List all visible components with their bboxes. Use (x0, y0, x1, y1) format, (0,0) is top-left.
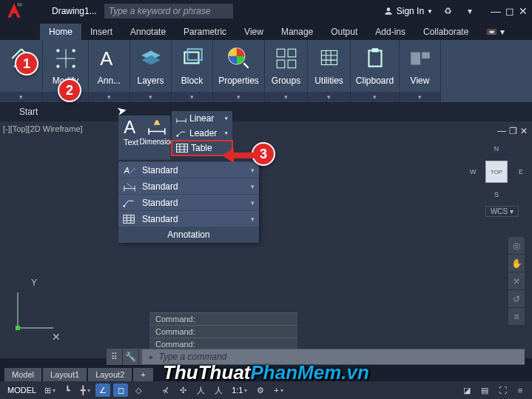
status-polar-icon[interactable]: ∠ (95, 383, 110, 397)
panel-block[interactable]: Block ▾ (172, 40, 213, 102)
viewport-label[interactable]: [-][Top][2D Wireframe] (3, 124, 83, 133)
nav-showmenu-icon[interactable]: ≡ (508, 308, 525, 326)
dimstyle-value: Standard (142, 181, 245, 192)
leaderstyle-icon (123, 198, 136, 208)
signin-label: Sign In (397, 6, 424, 16)
status-osnap-icon[interactable]: ◻ (113, 383, 128, 397)
panel-properties-label: Properties (218, 76, 259, 86)
status-customize-icon[interactable]: ≡ (513, 383, 528, 397)
svg-point-23 (123, 205, 125, 207)
panel-utilities-label: Utilities (314, 76, 343, 86)
cmd-handle-icon[interactable]: ⠿ (107, 349, 123, 365)
cmd-customize-icon[interactable]: 🔧 (123, 349, 139, 365)
tab-view[interactable]: View (235, 24, 272, 40)
svg-rect-12 (277, 60, 285, 68)
panel-drop-icon[interactable]: ▾ (213, 92, 264, 102)
panel-drop-icon[interactable]: ▾ (265, 92, 307, 102)
status-scale[interactable]: 1:1▾ (229, 383, 250, 397)
status-snap-icon[interactable]: ┗ (60, 383, 75, 397)
panel-layers-label: Layers (137, 76, 164, 86)
tab-parametric[interactable]: Parametric (175, 24, 235, 40)
status-lineweight-icon[interactable]: ⊀ (158, 383, 172, 397)
panel-clipboard[interactable]: Clipboard ▾ (351, 40, 400, 102)
panel-drop-icon[interactable]: ▾ (172, 92, 212, 102)
status-model[interactable]: MODEL (4, 383, 39, 397)
nav-zoom-icon[interactable]: ⤧ (508, 272, 525, 290)
nav-pan-icon[interactable]: ✋ (508, 255, 525, 272)
tab-annotate[interactable]: Annotate (121, 24, 175, 40)
close-button[interactable]: ✕ (519, 5, 528, 17)
panel-layers[interactable]: Layers ▾ (130, 40, 172, 102)
navigation-bar[interactable]: ◎ ✋ ⤧ ↺ ≡ (508, 237, 525, 326)
tab-home[interactable]: Home (40, 24, 81, 40)
command-input[interactable]: ▸ Type a command (142, 349, 525, 364)
tab-extra[interactable]: 📼 ▾ (477, 24, 513, 40)
wcs-label[interactable]: WCS ▾ (485, 206, 519, 217)
maximize-button[interactable]: ◻ (505, 5, 514, 17)
nav-fullnav-icon[interactable]: ◎ (508, 237, 525, 255)
status-hwaccel-icon[interactable]: ▤ (477, 383, 492, 397)
app-logo[interactable] (4, 1, 24, 21)
filetab-bar: Start (0, 102, 532, 121)
exchange-icon[interactable]: ♻ (440, 5, 455, 17)
flyout-dimension-button[interactable]: Dimension (144, 115, 170, 160)
help-icon[interactable]: ▾ (462, 5, 477, 17)
leaderstyle-dropdown[interactable]: Standard▾ (118, 194, 259, 210)
layout-tab-2[interactable]: Layout2 (88, 368, 132, 381)
panel-drop-icon[interactable]: ▾ (130, 92, 171, 102)
panel-drop-icon[interactable]: ▾ (351, 92, 399, 102)
vp-close-icon[interactable]: ✕ (520, 126, 528, 136)
tab-collaborate[interactable]: Collaborate (414, 24, 477, 40)
minimize-button[interactable]: — (491, 5, 501, 17)
panel-drop-icon[interactable]: ▾ (0, 92, 42, 102)
status-ortho-icon[interactable]: ╋▾ (78, 383, 92, 397)
status-annoscale-icon[interactable]: 人 (211, 383, 226, 397)
layout-tab-model[interactable]: Model (4, 368, 41, 381)
filetab-start[interactable]: Start (19, 107, 38, 117)
panel-drop-icon[interactable]: ▾ (308, 92, 350, 102)
panel-utilities[interactable]: Utilities ▾ (308, 40, 351, 102)
layout-tab-add[interactable]: + (133, 368, 152, 381)
status-gear-icon[interactable]: ⚙ (253, 383, 268, 397)
flyout-linear-label: Linear (189, 113, 214, 124)
status-grid-icon[interactable]: ⊞▾ (42, 383, 57, 397)
dimstyle-dropdown[interactable]: Standard▾ (118, 178, 259, 194)
status-otrack-icon[interactable]: ◇ (131, 383, 146, 397)
svg-text:A: A (124, 117, 135, 137)
layout-tab-1[interactable]: Layout1 (43, 368, 87, 381)
tab-manage[interactable]: Manage (272, 24, 322, 40)
search-input[interactable]: Type a keyword or phrase (104, 4, 233, 19)
panel-view[interactable]: View ▾ (400, 40, 441, 102)
panel-annotation[interactable]: A Ann... ▾ (89, 40, 130, 102)
status-cleanscreen-icon[interactable]: ⛶ (495, 383, 510, 397)
tab-addins[interactable]: Add-ins (366, 24, 414, 40)
status-cycling-icon[interactable]: 人 (193, 383, 208, 397)
vp-minimize-icon[interactable]: — (497, 126, 506, 136)
compass-s: S (494, 191, 499, 198)
tab-output[interactable]: Output (322, 24, 366, 40)
annotation-flyout: A Standard▾ Standard▾ Standard▾ Standard… (118, 161, 259, 243)
cmd-line: Command: (149, 312, 297, 325)
status-plus-icon[interactable]: +▾ (271, 383, 286, 397)
tablestyle-dropdown[interactable]: Standard▾ (118, 210, 259, 227)
layout-tabs: Model Layout1 Layout2 + (4, 368, 153, 381)
viewcube[interactable]: N S E W TOP (473, 148, 520, 195)
vp-restore-icon[interactable]: ❐ (509, 126, 517, 136)
flyout-leader-button[interactable]: Leader ▾ (172, 126, 232, 141)
flyout-linear-button[interactable]: Linear ▾ (172, 111, 232, 126)
leaderstyle-value: Standard (142, 198, 245, 208)
flyout-dimension-label: Dimension (139, 138, 174, 146)
signin-button[interactable]: Sign In ▼ (383, 6, 433, 16)
tab-insert[interactable]: Insert (81, 24, 121, 40)
flyout-leader-label: Leader (189, 128, 217, 138)
panel-drop-icon[interactable]: ▾ (89, 92, 129, 102)
file-name[interactable]: Drawing1... (52, 6, 97, 16)
status-transparency-icon[interactable]: ✣ (175, 383, 190, 397)
nav-orbit-icon[interactable]: ↺ (508, 290, 525, 308)
svg-point-4 (56, 65, 59, 68)
svg-rect-18 (422, 53, 430, 59)
panel-groups[interactable]: Groups ▾ (265, 40, 308, 102)
panel-properties[interactable]: Properties ▾ (213, 40, 265, 102)
panel-drop-icon[interactable]: ▾ (400, 92, 440, 102)
status-isolate-icon[interactable]: ◪ (459, 383, 474, 397)
